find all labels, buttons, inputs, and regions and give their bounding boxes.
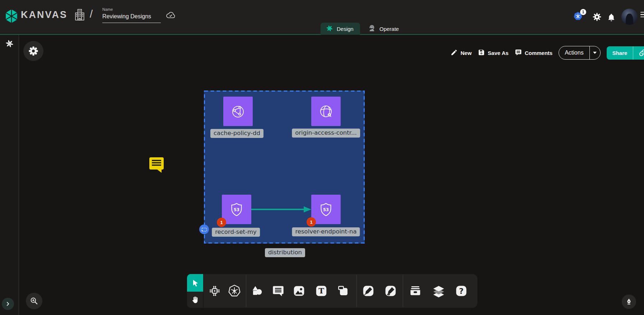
zoom-in-button[interactable] xyxy=(26,293,42,309)
node-resolver-endpoint[interactable]: 53 xyxy=(311,195,341,224)
header: KANVAS / Name xyxy=(0,0,644,35)
canvas-settings-button[interactable] xyxy=(23,41,43,61)
cursor-arrow-icon xyxy=(191,279,200,287)
drawer-tool-icon[interactable] xyxy=(409,284,422,298)
actions-caret[interactable] xyxy=(589,46,600,59)
node-label[interactable]: cache-policy-dd xyxy=(210,129,263,138)
comment-tool-icon[interactable] xyxy=(272,284,285,297)
selection-handle-badge[interactable] xyxy=(199,224,209,234)
menu-hamburger-icon[interactable] xyxy=(640,12,644,19)
save-as-button[interactable]: Save As xyxy=(478,49,509,57)
new-button[interactable]: New xyxy=(451,49,472,57)
settings-gear-icon[interactable] xyxy=(592,12,602,23)
kubernetes-tool-icon[interactable] xyxy=(227,284,242,298)
layers-tool-icon[interactable] xyxy=(431,284,446,298)
node-origin-access-control[interactable] xyxy=(311,97,341,126)
hand-icon xyxy=(191,296,200,304)
node-label[interactable]: record-set-my xyxy=(212,228,260,237)
design-name-field: Name xyxy=(102,7,161,23)
pointer-tool-stack xyxy=(187,274,203,308)
tab-operate-label: Operate xyxy=(379,26,399,32)
notifications-bell-icon[interactable] xyxy=(607,13,616,23)
kanvas-logo-icon[interactable] xyxy=(5,9,18,25)
route53-text: 53 xyxy=(234,207,239,212)
route53-text: 53 xyxy=(323,207,329,212)
left-sidebar xyxy=(0,35,19,315)
tab-operate[interactable]: Operate xyxy=(363,23,404,35)
node-record-set[interactable]: 53 xyxy=(222,195,251,224)
pan-tool-button[interactable] xyxy=(187,292,203,308)
actions-label: Actions xyxy=(559,46,589,59)
infrastructure-tool-icon[interactable] xyxy=(208,284,221,298)
comments-label: Comments xyxy=(525,50,553,56)
toolbar-divider xyxy=(246,275,246,307)
actions-dropdown-button[interactable]: Actions xyxy=(559,46,600,60)
pencil-draw-tool-icon[interactable] xyxy=(384,284,397,297)
save-floppy-icon xyxy=(478,49,485,57)
kubernetes-context-icon[interactable]: 1 xyxy=(573,11,583,23)
organization-icon[interactable] xyxy=(74,8,85,23)
tab-design-label: Design xyxy=(337,26,354,32)
kanvas-app: KANVAS / Name xyxy=(0,0,644,315)
help-tool-icon[interactable]: ? xyxy=(455,284,468,297)
svg-text:T: T xyxy=(318,286,324,295)
canvas-action-bar: New Save As xyxy=(451,46,644,60)
share-button[interactable]: Share xyxy=(607,46,644,60)
share-label: Share xyxy=(607,46,633,60)
copy-link-icon[interactable] xyxy=(633,46,644,60)
svg-text:?: ? xyxy=(459,287,464,296)
meshery-spiral-icon xyxy=(326,24,333,33)
new-pencil-icon xyxy=(451,49,458,57)
comment-marker-icon[interactable] xyxy=(149,156,164,175)
image-tool-icon[interactable] xyxy=(293,284,305,297)
tab-design[interactable]: Design xyxy=(321,23,360,35)
user-avatar[interactable] xyxy=(621,9,638,25)
save-as-label: Save As xyxy=(488,50,509,56)
save-status-cloud-icon xyxy=(166,11,176,20)
comments-bubble-icon xyxy=(515,49,522,57)
comments-button[interactable]: Comments xyxy=(515,49,553,57)
toolbar-divider xyxy=(403,275,403,307)
text-tool-icon[interactable]: T xyxy=(315,284,328,297)
app-title: KANVAS xyxy=(21,9,67,20)
operator-headset-icon xyxy=(368,24,376,34)
sidebar-expand-button[interactable] xyxy=(2,298,14,310)
group-label[interactable]: distribution xyxy=(265,248,305,257)
toolbar-divider xyxy=(356,275,357,307)
sticky-note-tool-icon[interactable] xyxy=(337,284,350,297)
node-error-badge[interactable]: 1 xyxy=(307,217,316,227)
chevron-down-icon xyxy=(593,52,597,54)
pen-nib-button[interactable] xyxy=(622,295,636,309)
name-field-label: Name xyxy=(102,7,161,11)
select-tool-button[interactable] xyxy=(187,274,203,292)
bottom-toolbar: T xyxy=(204,274,477,308)
design-name-input[interactable] xyxy=(102,13,161,23)
connection-arrow[interactable] xyxy=(251,206,312,213)
breadcrumb-separator: / xyxy=(90,8,93,20)
new-label: New xyxy=(461,50,472,56)
node-label[interactable]: resolver-endpoint-na xyxy=(292,227,360,236)
shapes-tool-icon[interactable] xyxy=(250,284,264,298)
meshery-logo-icon[interactable] xyxy=(5,39,14,50)
pen-path-tool-icon[interactable] xyxy=(362,284,375,297)
node-error-badge[interactable]: 1 xyxy=(217,218,226,227)
node-cache-policy[interactable] xyxy=(223,97,253,126)
distribution-group[interactable]: cache-policy-dd origin-access-contr... 5… xyxy=(204,91,365,244)
kubernetes-badge-count: 1 xyxy=(580,9,586,15)
node-label[interactable]: origin-access-contr... xyxy=(292,129,360,138)
